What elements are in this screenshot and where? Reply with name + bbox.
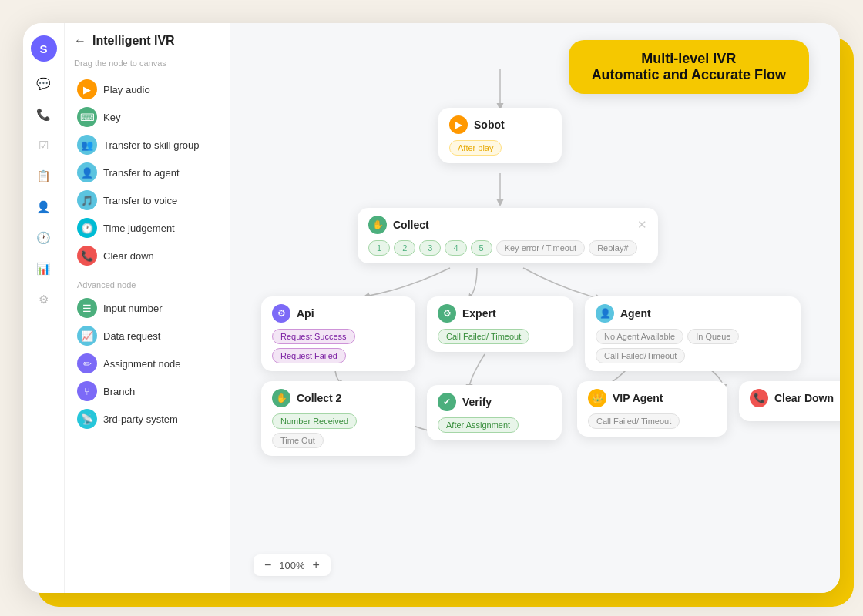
api-title: Api — [297, 307, 314, 320]
transfer-voice-label: Transfer to voice — [103, 195, 177, 206]
api-title-row: ⚙ Api — [272, 304, 405, 323]
collect-tag-replay: Replay# — [589, 240, 636, 256]
sidebar-item-data-request[interactable]: 📈 Data request — [74, 322, 220, 350]
nav-list-icon[interactable]: 📋 — [35, 168, 52, 185]
agent-title-row: 👤 Agent — [596, 304, 790, 323]
nav-chat-icon[interactable]: 💬 — [35, 75, 52, 92]
canvas-area[interactable]: Multi-level IVR Automatic and Accurate F… — [230, 23, 840, 593]
node-agent[interactable]: 👤 Agent No Agent Available In Queue Call… — [585, 296, 801, 371]
collect-close-icon[interactable]: ✕ — [637, 218, 647, 232]
expert-tags: Call Failed/ Timeout — [438, 329, 562, 344]
nav-phone-icon[interactable]: 📞 — [35, 106, 52, 123]
zoom-level: 100% — [279, 560, 304, 571]
vip-agent-node-icon: 👑 — [588, 389, 606, 407]
3rd-party-label: 3rd-party system — [103, 413, 178, 425]
sidebar-item-3rd-party[interactable]: 📡 3rd-party system — [74, 405, 220, 433]
api-node-icon: ⚙ — [272, 304, 290, 323]
node-collect2[interactable]: ✋ Collect 2 Number Received Time Out — [261, 381, 415, 456]
app-title: Intelligent IVR — [92, 34, 175, 48]
sidebar-item-clear-down[interactable]: 📞 Clear down — [74, 242, 220, 270]
nav-chart-icon[interactable]: 📊 — [35, 260, 52, 277]
clear-down-node-icon: 📞 — [750, 389, 768, 407]
key-label: Key — [103, 112, 120, 123]
play-audio-icon: ▶ — [77, 79, 97, 99]
zoom-in-button[interactable]: + — [311, 558, 321, 572]
sidebar-item-transfer-voice[interactable]: 🎵 Transfer to voice — [74, 186, 220, 214]
sidebar-item-input-number[interactable]: ☰ Input number — [74, 294, 220, 322]
collect-tag-key-error: Key error / Timeout — [496, 240, 586, 256]
nav-gear-icon[interactable]: ⚙ — [35, 291, 52, 308]
sidebar-item-transfer-agent[interactable]: 👤 Transfer to agent — [74, 159, 220, 186]
main-card: S 💬 📞 ☑ 📋 👤 🕐 📊 ⚙ ← Intelligent IVR Drag… — [23, 23, 840, 593]
outer-wrapper: S 💬 📞 ☑ 📋 👤 🕐 📊 ⚙ ← Intelligent IVR Drag… — [23, 23, 840, 593]
expert-title: Expert — [462, 307, 496, 320]
nav-clock-icon[interactable]: 🕐 — [35, 229, 52, 246]
node-expert[interactable]: ⚙ Expert Call Failed/ Timeout — [427, 296, 573, 352]
nav-user-icon[interactable]: 👤 — [35, 199, 52, 216]
node-verify[interactable]: ✔ Verify After Assignment — [427, 385, 562, 440]
vip-agent-tags: Call Failed/ Timeout — [588, 413, 717, 429]
agent-tag-call-failed: Call Failed/Timeout — [596, 348, 685, 363]
back-button[interactable]: ← — [74, 34, 86, 48]
verify-tag-after-assignment: After Assignment — [438, 417, 519, 433]
api-tag-success: Request Success — [272, 329, 355, 344]
sobot-title: Sobot — [474, 119, 505, 131]
data-request-label: Data request — [103, 330, 160, 342]
sidebar-item-key[interactable]: ⌨ Key — [74, 103, 220, 131]
vip-agent-title: VIP Agent — [613, 392, 663, 404]
sidebar-item-branch[interactable]: ⑂ Branch — [74, 377, 220, 405]
verify-node-icon: ✔ — [438, 393, 456, 411]
agent-tag-no-agent: No Agent Available — [596, 329, 683, 344]
sidebar-item-play-audio[interactable]: ▶ Play audio — [74, 75, 220, 103]
node-api[interactable]: ⚙ Api Request Success Request Failed — [261, 296, 415, 371]
expert-tag-timeout: Call Failed/ Timeout — [438, 329, 529, 344]
branch-icon: ⑂ — [77, 381, 97, 401]
agent-tag-in-queue: In Queue — [687, 329, 739, 344]
sobot-tag-after-play: After play — [449, 140, 502, 156]
sidebar-item-transfer-skill[interactable]: 👥 Transfer to skill group — [74, 131, 220, 159]
collect-tag-1: 1 — [368, 240, 390, 256]
transfer-agent-icon: 👤 — [77, 162, 97, 182]
clear-down-icon: 📞 — [77, 246, 97, 266]
node-vip-agent[interactable]: 👑 VIP Agent Call Failed/ Timeout — [577, 381, 727, 437]
collect2-tag-timeout: Time Out — [272, 433, 324, 448]
collect2-title: Collect 2 — [297, 392, 341, 404]
agent-tags: No Agent Available In Queue Call Failed/… — [596, 329, 790, 363]
verify-tags: After Assignment — [438, 417, 551, 433]
collect-tag-3: 3 — [419, 240, 441, 256]
zoom-out-button[interactable]: − — [263, 558, 273, 572]
collect-tag-4: 4 — [445, 240, 466, 256]
icon-bar: S 💬 📞 ☑ 📋 👤 🕐 📊 ⚙ — [23, 23, 65, 593]
transfer-voice-icon: 🎵 — [77, 190, 97, 210]
vip-agent-tag-failed: Call Failed/ Timeout — [588, 413, 680, 429]
tooltip-banner: Multi-level IVR Automatic and Accurate F… — [569, 40, 809, 94]
node-clear-down[interactable]: 📞 Clear Down — [739, 381, 840, 421]
sobot-title-row: ▶ Sobot — [449, 116, 551, 134]
transfer-agent-label: Transfer to agent — [103, 167, 180, 179]
sidebar-item-time-judgement[interactable]: 🕐 Time judgement — [74, 214, 220, 242]
collect2-tags: Number Received Time Out — [272, 413, 405, 448]
avatar: S — [31, 35, 57, 62]
node-sobot[interactable]: ▶ Sobot After play — [438, 108, 562, 163]
tooltip-line2: Automatic and Accurate Flow — [592, 67, 786, 83]
vip-agent-title-row: 👑 VIP Agent — [588, 389, 717, 407]
collect-tags: 1 2 3 4 5 Key error / Timeout Replay# — [368, 240, 647, 256]
verify-title-row: ✔ Verify — [438, 393, 551, 411]
collect-tag-2: 2 — [394, 240, 415, 256]
data-request-icon: 📈 — [77, 326, 97, 346]
expert-node-icon: ⚙ — [438, 304, 456, 323]
sidebar-item-assignment[interactable]: ✏ Assignment node — [74, 350, 220, 377]
play-audio-label: Play audio — [103, 84, 150, 95]
node-collect[interactable]: ✋ Collect ✕ 1 2 3 4 5 Key error / Timeou… — [358, 208, 658, 263]
clear-down-label: Clear down — [103, 250, 154, 262]
api-tag-failed: Request Failed — [272, 348, 346, 363]
clear-down-title: Clear Down — [774, 392, 834, 404]
assignment-label: Assignment node — [103, 358, 180, 370]
api-tags: Request Success Request Failed — [272, 329, 405, 363]
sidebar: ← Intelligent IVR Drag the node to canva… — [65, 23, 230, 593]
nav-check-icon[interactable]: ☑ — [35, 137, 52, 154]
agent-node-icon: 👤 — [596, 304, 614, 323]
collect2-node-icon: ✋ — [272, 389, 290, 407]
collect-node-icon: ✋ — [368, 216, 387, 234]
transfer-skill-icon: 👥 — [77, 135, 97, 155]
